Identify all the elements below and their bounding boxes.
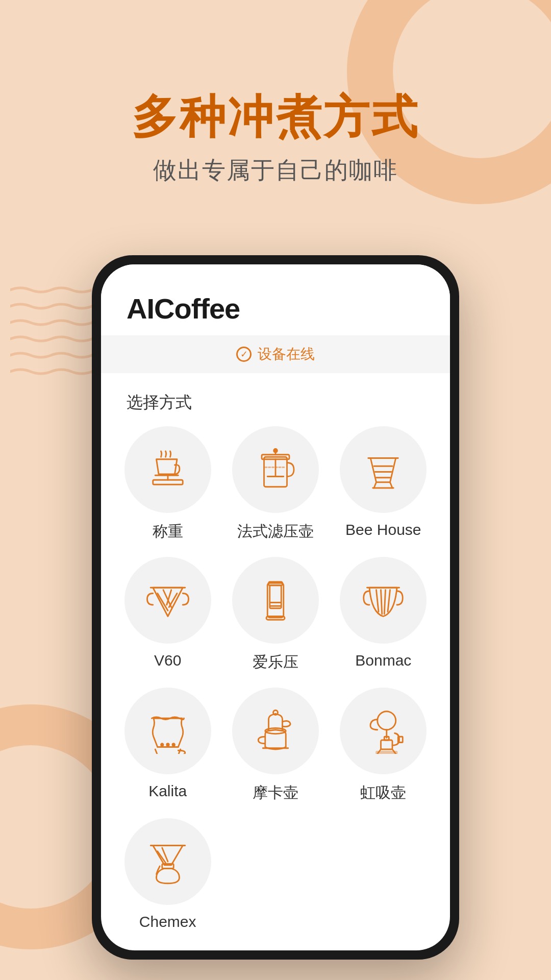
app-header: AICoffee [101,264,450,335]
chemex-label: Chemex [139,913,196,930]
status-bar: ✓ 设备在线 [101,335,450,373]
phone-screen: AICoffee ✓ 设备在线 选择方式 [101,264,450,950]
method-chemex[interactable]: Chemex [116,818,219,935]
chemex-icon-circle [124,818,211,905]
french-press-icon-circle [232,426,319,513]
svg-point-35 [166,744,169,746]
svg-point-36 [172,744,175,746]
moka-icon-circle [232,688,319,774]
status-check-icon: ✓ [236,347,252,362]
method-scale[interactable]: 称重 [116,426,219,547]
hero-title: 多种冲煮方式 [0,92,551,142]
svg-line-31 [385,590,386,614]
svg-point-40 [378,712,396,730]
svg-rect-46 [377,752,397,754]
svg-point-39 [273,710,278,715]
svg-rect-47 [398,737,403,742]
phone-mockup: AICoffee ✓ 设备在线 选择方式 [92,255,459,960]
bonmac-label: Bonmac [355,652,411,669]
bee-house-label: Bee House [345,521,421,538]
svg-line-15 [390,482,393,488]
wave-decoration [10,286,92,376]
method-v60[interactable]: V60 [116,557,219,677]
hero-section: 多种冲煮方式 做出专属于自己的咖啡 [0,92,551,186]
aeropress-icon-circle [232,557,319,644]
method-moka[interactable]: 摩卡壶 [224,688,327,808]
scale-icon-circle [124,426,211,513]
kalita-label: Kalita [148,782,187,800]
svg-line-32 [388,590,390,612]
method-kalita[interactable]: Kalita [116,688,219,808]
svg-line-14 [374,482,377,488]
methods-grid: 称重 [101,426,450,950]
aeropress-label: 爱乐压 [253,652,298,673]
french-press-label: 法式滤压壶 [237,521,314,542]
status-text: 设备在线 [258,345,315,364]
svg-point-34 [161,744,163,746]
v60-label: V60 [154,652,181,669]
svg-rect-43 [381,740,393,749]
siphon-icon-circle [340,688,427,774]
svg-rect-23 [270,585,282,608]
bonmac-icon-circle [340,557,427,644]
svg-point-6 [274,449,278,453]
scale-label: 称重 [153,521,183,542]
svg-line-30 [381,590,382,614]
bee-house-icon-circle [340,426,427,513]
method-bee-house[interactable]: Bee House [332,426,435,547]
method-siphon[interactable]: 虹吸壶 [332,688,435,808]
hero-subtitle: 做出专属于自己的咖啡 [0,155,551,186]
kalita-icon-circle [124,688,211,774]
method-bonmac[interactable]: Bonmac [332,557,435,677]
app-title: AICoffee [127,292,424,325]
method-aeropress[interactable]: 爱乐压 [224,557,327,677]
phone-frame: AICoffee ✓ 设备在线 选择方式 [92,255,459,960]
svg-line-29 [377,590,379,612]
siphon-label: 虹吸壶 [360,782,406,803]
v60-icon-circle [124,557,211,644]
moka-label: 摩卡壶 [253,782,298,803]
method-french-press[interactable]: 法式滤压壶 [224,426,327,547]
section-label: 选择方式 [101,373,450,426]
